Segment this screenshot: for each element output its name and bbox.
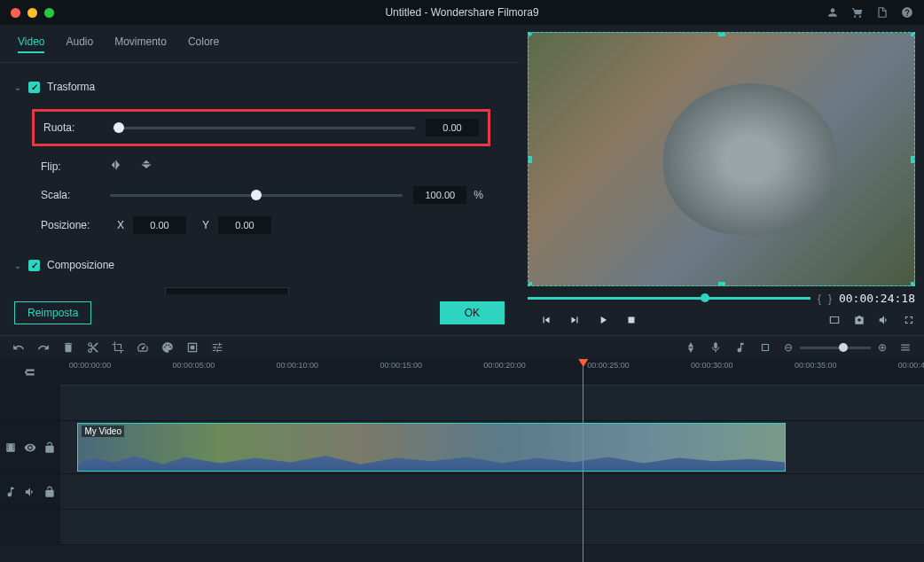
empty-track [0,510,924,545]
mark-in-icon[interactable]: { [818,293,821,305]
prev-frame-icon[interactable] [540,314,552,326]
next-frame-icon[interactable] [568,314,581,326]
rotate-label: Ruota: [43,121,113,134]
reset-button[interactable]: Reimposta [14,301,91,324]
zoom-out-icon[interactable]: ⊖ [784,341,793,354]
preview-panel: { } 00:00:24:18 [519,25,924,335]
ruler-tick: 00:00:35:00 [795,361,837,370]
film-icon [4,441,17,454]
ruler-tick: 00:00:30:00 [691,361,733,370]
resize-handle-ml[interactable] [528,156,532,163]
file-icon[interactable] [876,6,889,19]
keyframe-icon[interactable] [759,341,771,354]
zoom-slider[interactable] [800,347,871,349]
cut-icon[interactable] [87,341,99,354]
timeline-ruler[interactable]: 00:00:00:0000:00:05:0000:00:10:0000:00:1… [60,359,924,386]
spacer-track [0,386,924,421]
resize-handle-mr[interactable] [911,156,915,163]
lock-icon[interactable] [43,486,56,498]
fullscreen-icon[interactable] [903,314,915,326]
quality-icon[interactable] [828,314,841,326]
video-track: My Video [0,421,924,474]
delete-icon[interactable] [62,341,74,354]
ok-button[interactable]: OK [440,301,505,324]
resize-handle-tl[interactable] [528,32,532,36]
settings-icon[interactable] [211,341,223,354]
lock-icon[interactable] [43,441,56,454]
playhead[interactable] [583,359,583,562]
greenscreen-icon[interactable] [186,341,199,354]
pos-y-input[interactable] [218,216,271,234]
speaker-icon[interactable] [24,486,36,498]
tab-audio[interactable]: Audio [66,35,93,53]
pos-y-label: Y [202,219,209,231]
play-icon[interactable] [597,314,609,326]
preview-timecode: 00:00:24:18 [839,292,915,305]
video-clip[interactable]: My Video [77,423,786,472]
pos-x-label: X [117,219,124,231]
speed-icon[interactable] [137,341,149,354]
volume-icon[interactable] [878,314,890,326]
rotate-highlight: Ruota: [32,109,490,146]
transform-checkbox[interactable] [28,82,40,93]
pos-x-input[interactable] [133,216,186,234]
tab-motion[interactable]: Movimento [114,35,167,53]
flip-horizontal-icon[interactable] [110,159,122,174]
properties-panel: Video Audio Movimento Colore ⌄ Trasforma… [0,25,519,335]
titlebar: Untitled - Wondershare Filmora9 [0,0,924,25]
ruler-tick: 00:00:40:00 [898,361,924,370]
tab-color[interactable]: Colore [188,35,219,53]
resize-handle-bl[interactable] [528,282,532,286]
marker-icon[interactable] [685,341,697,354]
tab-video[interactable]: Video [18,35,44,53]
transform-section-header[interactable]: ⌄ Trasforma [14,81,505,93]
redo-icon[interactable] [37,341,50,354]
cart-icon[interactable] [851,6,864,19]
undo-icon[interactable] [12,341,25,354]
compose-checkbox[interactable] [28,260,40,271]
compose-section-header[interactable]: ⌄ Composizione [14,259,505,271]
record-vo-icon[interactable] [709,341,722,354]
blend-mode-dropdown[interactable]: Normale ⌄ [165,287,289,294]
maximize-window-button[interactable] [44,8,54,18]
resize-handle-br[interactable] [911,282,915,286]
app-title: Untitled - Wondershare Filmora9 [385,6,538,19]
eye-icon[interactable] [24,441,36,454]
compose-label: Composizione [47,259,114,271]
timeline-options-icon[interactable] [899,341,912,354]
rotate-slider[interactable] [113,127,415,129]
close-window-button[interactable] [11,8,20,18]
help-icon[interactable] [901,6,913,19]
minimize-window-button[interactable] [27,8,37,18]
audio-track [0,474,924,510]
preview-scrubber[interactable] [528,297,810,300]
resize-handle-bm[interactable] [718,282,725,286]
music-icon [4,486,17,498]
add-track-icon[interactable] [24,366,36,379]
flip-label: Flip: [41,160,110,173]
snapshot-icon[interactable] [853,314,865,326]
zoom-in-icon[interactable]: ⊕ [878,341,887,354]
chevron-down-icon: ⌄ [14,261,21,270]
scale-value-input[interactable] [413,186,466,204]
color-icon[interactable] [161,341,174,354]
flip-vertical-icon[interactable] [140,159,153,174]
property-tabs: Video Audio Movimento Colore [0,25,519,63]
chevron-down-icon: ⌄ [14,82,21,92]
ruler-tick: 00:00:00:00 [69,361,112,370]
rotate-value-input[interactable] [426,119,479,137]
scale-unit: % [474,189,483,201]
clip-label: My Video [82,425,124,437]
stop-icon[interactable] [625,314,638,326]
mixer-icon[interactable] [734,341,747,354]
scale-slider[interactable] [110,194,403,197]
resize-handle-tr[interactable] [911,32,915,36]
transform-label: Trasforma [47,81,95,93]
crop-icon[interactable] [112,341,124,354]
preview-viewport[interactable] [528,32,915,286]
user-icon[interactable] [826,6,839,19]
mark-out-icon[interactable]: } [828,293,832,305]
ruler-tick: 00:00:25:00 [587,361,630,370]
resize-handle-tm[interactable] [718,32,725,36]
window-controls [11,8,54,18]
